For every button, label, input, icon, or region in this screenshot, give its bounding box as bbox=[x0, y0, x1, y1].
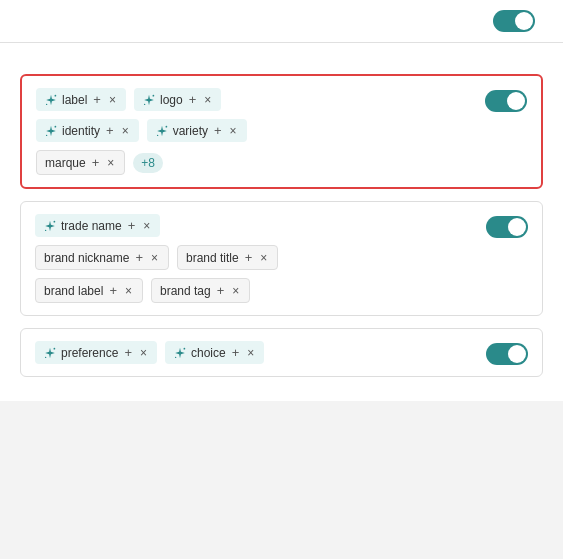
tag-close-btn[interactable]: × bbox=[107, 93, 118, 107]
card-1: label+× logo+× identity+× variety+×marqu… bbox=[20, 74, 543, 189]
tag-plus-btn[interactable]: + bbox=[133, 250, 145, 265]
card-2-tag-trade-name: trade name+× bbox=[35, 214, 160, 237]
card-1-tag-variety: variety+× bbox=[147, 119, 247, 142]
card-3-toggle[interactable] bbox=[486, 343, 528, 365]
svg-point-11 bbox=[45, 356, 46, 357]
sparkle-icon bbox=[43, 219, 57, 233]
tag-plus-btn[interactable]: + bbox=[122, 345, 134, 360]
card-1-row-3: marque+×+8 bbox=[36, 150, 527, 175]
tag-plus-btn[interactable]: + bbox=[243, 250, 255, 265]
tag-close-btn[interactable]: × bbox=[228, 124, 239, 138]
card-1-tag-marque: marque+× bbox=[36, 150, 125, 175]
card-2-tag-brand-tag: brand tag+× bbox=[151, 278, 250, 303]
tag-text: brand label bbox=[44, 284, 103, 298]
card-2-row-2: brand nickname+×brand title+× bbox=[35, 245, 528, 270]
tag-plus-btn[interactable]: + bbox=[91, 92, 103, 107]
sparkle-icon bbox=[142, 93, 156, 107]
tag-close-btn[interactable]: × bbox=[141, 219, 152, 233]
svg-point-2 bbox=[152, 94, 154, 96]
svg-point-1 bbox=[46, 103, 47, 104]
tag-text: choice bbox=[191, 346, 226, 360]
tag-plus-btn[interactable]: + bbox=[126, 218, 138, 233]
tag-text: trade name bbox=[61, 219, 122, 233]
card-1-toggle[interactable] bbox=[485, 90, 527, 112]
card-1-more-badge[interactable]: +8 bbox=[133, 153, 163, 173]
tag-plus-btn[interactable]: + bbox=[230, 345, 242, 360]
sparkle-icon bbox=[173, 346, 187, 360]
tag-text: brand nickname bbox=[44, 251, 129, 265]
card-1-tag-label: label+× bbox=[36, 88, 126, 111]
tag-plus-btn[interactable]: + bbox=[212, 123, 224, 138]
tag-plus-btn[interactable]: + bbox=[107, 283, 119, 298]
tag-close-btn[interactable]: × bbox=[230, 284, 241, 298]
card-2-tag-brand-nickname: brand nickname+× bbox=[35, 245, 169, 270]
tag-text: brand tag bbox=[160, 284, 211, 298]
tag-close-btn[interactable]: × bbox=[105, 156, 116, 170]
card-2: trade name+×brand nickname+×brand title+… bbox=[20, 201, 543, 316]
suggestions-meta-row bbox=[20, 57, 543, 60]
card-1-tag-identity: identity+× bbox=[36, 119, 139, 142]
svg-point-0 bbox=[55, 94, 57, 96]
tag-text: label bbox=[62, 93, 87, 107]
tag-text: brand title bbox=[186, 251, 239, 265]
svg-point-10 bbox=[54, 347, 56, 349]
card-3-row-1: preference+× choice+× bbox=[35, 341, 528, 364]
card-3-toggle-area bbox=[486, 343, 528, 365]
svg-point-4 bbox=[55, 125, 57, 127]
tag-close-btn[interactable]: × bbox=[120, 124, 131, 138]
card-1-toggle-area bbox=[485, 90, 527, 112]
card-3-tag-preference: preference+× bbox=[35, 341, 157, 364]
tag-plus-btn[interactable]: + bbox=[215, 283, 227, 298]
top-include-toggle[interactable] bbox=[493, 10, 535, 32]
card-1-row-1: label+× logo+× bbox=[36, 88, 527, 111]
top-toggle-wrapper bbox=[493, 10, 543, 32]
svg-point-8 bbox=[54, 220, 56, 222]
card-2-toggle-area bbox=[486, 216, 528, 238]
cards-area: label+× logo+× identity+× variety+×marqu… bbox=[20, 74, 543, 387]
sparkle-icon bbox=[43, 346, 57, 360]
tag-plus-btn[interactable]: + bbox=[104, 123, 116, 138]
suggestions-text-block bbox=[20, 57, 24, 60]
card-2-toggle[interactable] bbox=[486, 216, 528, 238]
svg-point-5 bbox=[46, 134, 47, 135]
svg-point-7 bbox=[157, 134, 158, 135]
card-2-row-1: trade name+× bbox=[35, 214, 528, 237]
tag-close-btn[interactable]: × bbox=[123, 284, 134, 298]
svg-point-12 bbox=[183, 347, 185, 349]
tag-close-btn[interactable]: × bbox=[149, 251, 160, 265]
svg-point-6 bbox=[165, 125, 167, 127]
tag-close-btn[interactable]: × bbox=[138, 346, 149, 360]
svg-point-9 bbox=[45, 229, 46, 230]
tag-plus-btn[interactable]: + bbox=[90, 155, 102, 170]
tag-close-btn[interactable]: × bbox=[245, 346, 256, 360]
tag-close-btn[interactable]: × bbox=[258, 251, 269, 265]
card-1-row-2: identity+× variety+× bbox=[36, 119, 527, 142]
tag-text: logo bbox=[160, 93, 183, 107]
tag-close-btn[interactable]: × bbox=[202, 93, 213, 107]
card-2-tag-brand-label: brand label+× bbox=[35, 278, 143, 303]
card-1-tag-logo: logo+× bbox=[134, 88, 221, 111]
card-3-tag-choice: choice+× bbox=[165, 341, 264, 364]
main-content: label+× logo+× identity+× variety+×marqu… bbox=[0, 43, 563, 401]
svg-point-13 bbox=[175, 356, 176, 357]
tag-text: marque bbox=[45, 156, 86, 170]
top-bar bbox=[0, 0, 563, 43]
card-2-tag-brand-title: brand title+× bbox=[177, 245, 278, 270]
tag-text: variety bbox=[173, 124, 208, 138]
card-3: preference+× choice+× bbox=[20, 328, 543, 377]
sparkle-icon bbox=[155, 124, 169, 138]
sparkle-icon bbox=[44, 124, 58, 138]
card-2-row-3: brand label+×brand tag+× bbox=[35, 278, 528, 303]
svg-point-3 bbox=[144, 103, 145, 104]
tag-text: preference bbox=[61, 346, 118, 360]
tag-plus-btn[interactable]: + bbox=[187, 92, 199, 107]
sparkle-icon bbox=[44, 93, 58, 107]
tag-text: identity bbox=[62, 124, 100, 138]
